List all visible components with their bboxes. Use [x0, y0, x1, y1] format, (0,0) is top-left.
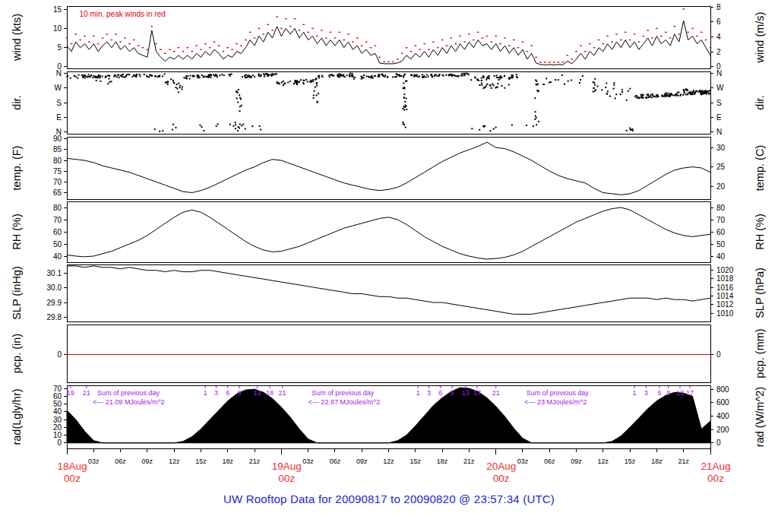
hour-tick-label: 03z: [302, 458, 314, 465]
axis-title-right-rad: rad (W/m^2): [754, 387, 766, 447]
tick-label-right-temp: 20: [716, 182, 726, 191]
svg-text:13: 13: [462, 389, 470, 397]
tick-label-right-slp: 1018: [716, 274, 734, 283]
hour-tick-label: 03z: [517, 458, 529, 465]
peak-winds-annotation: 10 min. peak winds in red: [79, 10, 165, 18]
tick-label-left-temp: 65: [53, 188, 62, 197]
tick-label-left-wind: 15: [53, 5, 62, 14]
hour-tick-label: 15z: [410, 458, 422, 465]
hour-tick-label: 12z: [598, 458, 609, 465]
tick-label-right-wind: 8: [716, 3, 721, 11]
axis-title-left-slp: SLP (inHg): [11, 266, 23, 320]
tick-label-right-rh: 70: [716, 216, 726, 224]
hour-tick-label: 12z: [169, 458, 180, 465]
svg-text:17: 17: [473, 389, 481, 397]
hour-tick-label: 21z: [249, 458, 261, 465]
hour-tick-label: 06z: [115, 458, 126, 465]
svg-text:<--- 22.87 MJoules/m^2: <--- 22.87 MJoules/m^2: [308, 398, 381, 406]
svg-text:Sum of previous day: Sum of previous day: [527, 389, 590, 397]
panel-temp: 908580757065302520temp. (F)temp. (C): [11, 135, 766, 199]
axis-title-left-rh: RH (%): [11, 214, 23, 250]
svg-text:Sum of previous day: Sum of previous day: [312, 389, 375, 397]
hour-tick-label: 06z: [544, 458, 555, 465]
tick-label-right-dir: E: [716, 113, 722, 122]
panel-frame-dir: [67, 71, 710, 134]
tick-label-left-slp: 29.9: [47, 299, 62, 307]
panel-rh: 80706050408070605040RH (%)RH (%): [11, 201, 766, 262]
tick-label-left-temp: 80: [53, 157, 62, 165]
tick-label-left-dir: E: [56, 113, 62, 122]
axis-title-right-pcp: pcp. (mm): [754, 328, 766, 378]
day-label: 18Aug: [57, 461, 87, 472]
tick-label-right-rad: 600: [716, 398, 729, 407]
tick-label-left-rh: 40: [53, 252, 62, 261]
panel-rad: 7060504030201008006004002000rad(Lgly/hr)…: [11, 385, 766, 448]
svg-text:<--- 21.09 MJoules/m^2: <--- 21.09 MJoules/m^2: [93, 398, 165, 406]
svg-text:21: 21: [492, 389, 500, 397]
tick-label-left-rh: 80: [53, 204, 62, 212]
tick-label-right-rad: 200: [716, 426, 729, 434]
svg-text:1: 1: [632, 389, 636, 397]
day-label: 20Aug: [486, 461, 516, 472]
tick-label-right-slp: 1010: [716, 309, 734, 318]
time-axis: 03z06z09z12z15z18z21z03z06z09z12z15z18z2…: [57, 448, 730, 484]
weather-multipanel-chart: 05101502468wind (kts)wind (m/s)10 min. p…: [0, 0, 778, 532]
svg-text:6: 6: [438, 389, 442, 397]
axis-title-left-dir: dir.: [11, 95, 23, 109]
svg-text:9: 9: [451, 389, 454, 397]
panel-wind: 05101502468wind (kts)wind (m/s)10 min. p…: [11, 3, 766, 71]
svg-text:17: 17: [686, 389, 694, 397]
hour-tick-label: 12z: [383, 458, 394, 465]
day-label-z: 00z: [707, 473, 724, 484]
tick-label-right-dir: W: [716, 84, 724, 92]
hour-tick-label: 09z: [142, 458, 153, 465]
panel-frame-slp: [67, 264, 710, 321]
svg-text:Sum of previous day: Sum of previous day: [97, 389, 160, 397]
svg-text:18: 18: [266, 389, 274, 397]
axis-title-right-temp: temp. (C): [754, 145, 766, 191]
tick-label-right-wind: 4: [716, 33, 721, 41]
axis-title-left-wind: wind (kts): [11, 14, 23, 62]
svg-text:6: 6: [657, 389, 661, 397]
hour-tick-label: 21z: [463, 458, 475, 465]
day-label-z: 00z: [64, 473, 81, 484]
hour-tick-label: 18z: [651, 458, 663, 465]
panel-frame-rh: [67, 201, 710, 262]
hour-tick-label: 18z: [222, 458, 233, 465]
svg-text:6: 6: [226, 389, 229, 397]
svg-text:13: 13: [676, 389, 684, 397]
meteogram-figure: 05101502468wind (kts)wind (m/s)10 min. p…: [0, 0, 778, 532]
day-label: 19Aug: [272, 461, 302, 472]
svg-text:9: 9: [666, 389, 670, 397]
tick-label-left-temp: 75: [53, 167, 62, 176]
tick-label-left-dir: N: [56, 69, 62, 78]
tick-label-left-rh: 60: [53, 228, 62, 236]
panel-frame-pcp: [67, 325, 710, 382]
svg-text:3: 3: [644, 389, 648, 397]
tick-label-left-dir: S: [56, 99, 62, 107]
tick-label-left-pcp: 0: [57, 350, 62, 359]
tick-label-right-rh: 40: [716, 252, 726, 261]
svg-text:21: 21: [83, 389, 90, 397]
tick-label-left-rad: 0: [57, 439, 62, 447]
tick-label-left-rh: 70: [53, 216, 62, 224]
hour-tick-label: 21z: [678, 458, 689, 465]
hour-tick-label: 18z: [437, 458, 448, 465]
tick-label-right-slp: 1016: [716, 283, 734, 292]
svg-text:3: 3: [427, 389, 431, 397]
tick-label-right-slp: 1012: [716, 300, 734, 309]
tick-label-right-wind: 2: [716, 48, 721, 56]
tick-label-right-rad: 0: [716, 439, 721, 447]
axis-title-right-wind: wind (m/s): [754, 12, 766, 64]
day-label-z: 00z: [493, 473, 510, 484]
svg-text:21: 21: [279, 389, 286, 397]
svg-text:1: 1: [416, 389, 420, 397]
hour-tick-label: 06z: [330, 458, 341, 465]
tick-label-right-temp: 25: [716, 163, 726, 171]
tick-label-right-slp: 1020: [716, 266, 734, 274]
axis-title-right-slp: SLP (hPa): [754, 268, 766, 318]
tick-label-right-temp: 30: [716, 144, 726, 152]
tick-label-right-rad: 400: [716, 412, 729, 420]
tick-label-right-wind: 6: [716, 17, 721, 26]
hour-tick-label: 03z: [88, 458, 100, 465]
